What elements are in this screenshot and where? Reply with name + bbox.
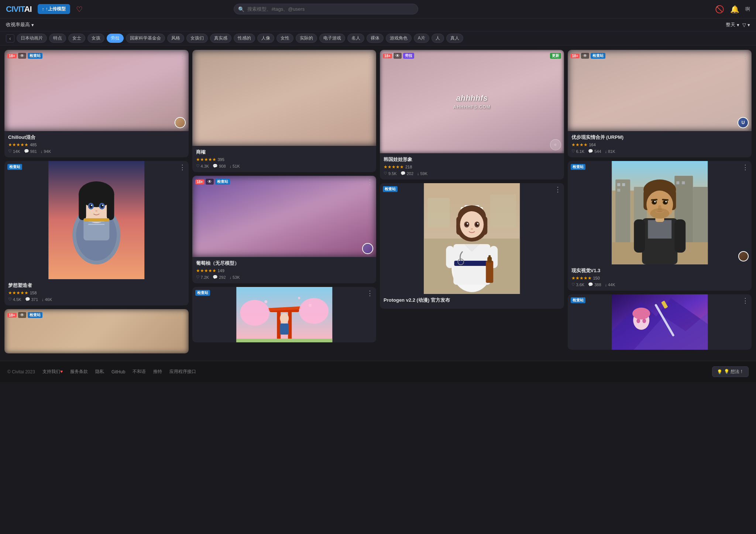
like-count: 3.6K — [576, 283, 585, 287]
comment-count: 908 — [219, 164, 226, 168]
card-stats: ♡3.6K 💬388 ↓44K — [571, 282, 748, 287]
footer-discord[interactable]: 不和语 — [133, 369, 146, 375]
sort-button[interactable]: 收视率最高 ▾ — [6, 21, 34, 28]
badge-18plus: 18+ — [195, 179, 205, 184]
card-menu-icon[interactable]: ⋮ — [179, 312, 186, 319]
card-chillout[interactable]: 18+ 👁 检查站 ⋮ Chillout混合 ★★★★★ 485 — [4, 50, 189, 157]
card-menu-icon[interactable]: ⋮ — [742, 297, 749, 304]
card-stats: ♡4.3K 💬908 ↓51K — [196, 164, 373, 168]
card-rating: 485 — [30, 143, 37, 147]
search-input[interactable] — [234, 4, 418, 14]
footer-right: 💡 💡 想法！ — [712, 366, 749, 377]
card-menu-icon[interactable]: ⋮ — [742, 53, 749, 59]
tag-actual[interactable]: 实际的 — [296, 34, 317, 43]
card-dreammaker[interactable]: 检查站 ⋮ 梦想塑造者 ★★★★★ 158 ♡4.5K 💬371 ↓46K — [4, 161, 189, 305]
tag-nav-prev[interactable]: ‹ — [6, 34, 14, 42]
like-icon: ♡ — [196, 164, 200, 168]
card-partial-anime[interactable]: 检查站 ⋮ — [568, 294, 752, 350]
card-menu-icon[interactable]: ⋮ — [367, 290, 373, 297]
card-rating: 149 — [218, 268, 224, 273]
card-menu-icon[interactable]: ⋮ — [742, 164, 749, 171]
card-grapefruit[interactable]: 18+ 👁 检查站 ⋮ 葡萄柚（无尽模型） ★★★★★ 149 — [192, 176, 377, 283]
card-stats: ♡9.5K 💬202 ↓59K — [384, 171, 560, 176]
tag-girls2[interactable]: 女孩们 — [186, 34, 208, 43]
tag-girls[interactable]: 女孩 — [87, 34, 104, 43]
svg-rect-58 — [486, 261, 493, 283]
badge-lora: 劳拉 — [403, 53, 414, 59]
card-menu-icon[interactable]: ⋮ — [367, 179, 373, 185]
badge-eye: 👁 — [581, 53, 589, 59]
comment-count: 981 — [30, 149, 37, 154]
favorites-icon[interactable]: ♡ — [76, 5, 83, 14]
grid-col-1: 18+ 👁 检查站 ⋮ Chillout混合 ★★★★★ 485 — [4, 50, 189, 353]
tag-person[interactable]: 人 — [432, 34, 444, 43]
download-icon: ↓ — [230, 164, 232, 168]
notification-icon[interactable]: 🔔 — [730, 5, 739, 14]
download-icon: ↓ — [417, 171, 419, 176]
tag-ladies[interactable]: 女士 — [68, 34, 85, 43]
upload-button[interactable]: ↑ ↑上传模型 — [38, 4, 70, 14]
card-menu-icon[interactable]: ⋮ — [367, 53, 373, 59]
card-stars: ★★★★★ — [8, 290, 28, 295]
svg-rect-38 — [454, 261, 489, 266]
footer-privacy[interactable]: 隐私 — [95, 369, 104, 375]
card-realist[interactable]: 检查站 ⋮ 现实视觉V1.3 ★★★★★ 150 ♡3.6K 💬38 — [568, 161, 752, 291]
tag-bar: ‹ 日本动画片 特点 女士 女孩 劳拉 国家科学基金会 风格 女孩们 真实感 性… — [0, 31, 756, 45]
tag-av[interactable]: A片 — [414, 34, 429, 43]
svg-point-24 — [240, 300, 269, 326]
card-title: 现实视觉V1.3 — [571, 267, 748, 274]
tag-feature[interactable]: 特点 — [49, 34, 66, 43]
card-menu-icon[interactable]: ⋮ — [554, 53, 561, 59]
feedback-button[interactable]: 💡 💡 想法！ — [712, 366, 749, 377]
footer-support[interactable]: 支持我们♥ — [42, 369, 63, 375]
chevron-down-icon: ▾ — [31, 22, 34, 28]
card-urpm[interactable]: 18+ 👁 检查站 ⋮ U 优步现实情合并 (URPM) ★★★★ 164 — [568, 50, 752, 157]
card-stars: ★★★★★ — [196, 268, 216, 273]
footer-github[interactable]: GitHub — [111, 369, 125, 374]
card-stats: ♡6.1K 💬544 ↓81K — [571, 149, 748, 154]
card-rating: 158 — [30, 291, 37, 295]
tag-nsf[interactable]: 国家科学基金会 — [126, 34, 165, 43]
comment-icon: 💬 — [588, 149, 593, 154]
card-protogen[interactable]: 检查站 ⋮ Protogen v2.2 (动漫) 官方发布 — [380, 183, 564, 309]
comment-icon: 💬 — [401, 171, 406, 176]
like-icon: ♡ — [571, 149, 575, 154]
tag-female[interactable]: 女性 — [276, 34, 293, 43]
card-partial-1[interactable]: 18+ 👁 检查站 ⋮ — [4, 309, 189, 353]
tag-style[interactable]: 风格 — [167, 34, 184, 43]
tag-real[interactable]: 真人 — [446, 34, 463, 43]
card-shangque[interactable]: ⋮ 商榷 ★★★★★ 395 ♡4.3K 💬908 ↓51K — [192, 50, 377, 172]
tag-celeb[interactable]: 名人 — [347, 34, 364, 43]
footer-twitter[interactable]: 推特 — [153, 369, 162, 375]
like-icon: ♡ — [8, 297, 12, 302]
svg-rect-30 — [280, 324, 289, 335]
like-count: 6.1K — [576, 149, 585, 154]
footer: © Civitai 2023 支持我们♥ 服务条款 隐私 GitHub 不和语 … — [0, 361, 756, 382]
card-menu-icon[interactable]: ⋮ — [179, 53, 186, 59]
card-menu-icon[interactable]: ⋮ — [554, 186, 561, 193]
filter-button[interactable]: ▽ ▾ — [742, 22, 750, 28]
time-filter-button[interactable]: 整天 ▾ — [726, 21, 739, 28]
user-label[interactable]: 啊 — [745, 6, 750, 13]
tag-game-char[interactable]: 游戏角色 — [386, 34, 412, 43]
download-count: 81K — [608, 149, 615, 154]
tag-portrait[interactable]: 人像 — [257, 34, 274, 43]
tag-sexy[interactable]: 性感的 — [234, 34, 255, 43]
tag-lora[interactable]: 劳拉 — [107, 34, 124, 43]
tag-games[interactable]: 电子游戏 — [319, 34, 345, 43]
comment-icon: 💬 — [588, 282, 593, 287]
card-sakura[interactable]: 检查站 ⋮ — [192, 287, 377, 342]
svg-point-26 — [264, 300, 267, 303]
like-count: 4.5K — [13, 297, 21, 302]
tag-realistic[interactable]: 真实感 — [210, 34, 231, 43]
svg-rect-6 — [79, 191, 86, 220]
eyeoff-icon[interactable]: 🚫 — [715, 5, 724, 14]
tag-anime[interactable]: 日本动画片 — [17, 34, 47, 43]
card-korean-doll[interactable]: ahhhhfs AHHHHFS.COM ahhhhfs 18+ 👁 劳拉 更新 … — [380, 50, 564, 179]
footer-api[interactable]: 应用程序接口 — [169, 369, 196, 375]
like-count: 9.5K — [388, 171, 397, 176]
card-menu-icon[interactable]: ⋮ — [179, 164, 186, 171]
footer-terms[interactable]: 服务条款 — [70, 369, 88, 375]
tag-nude[interactable]: 裸体 — [367, 34, 384, 43]
card-title: Protogen v2.2 (动漫) 官方发布 — [384, 297, 560, 304]
